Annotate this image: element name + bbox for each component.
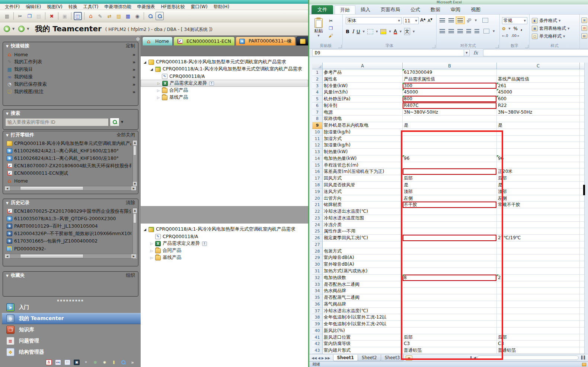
row-header-18[interactable]: 18 <box>312 182 323 189</box>
cell-B30[interactable] <box>403 261 497 268</box>
ribbon-tab-开始[interactable]: 开始 <box>335 5 355 14</box>
cell-B24[interactable] <box>403 222 497 228</box>
prev-sheet-icon[interactable]: ◀ <box>318 356 320 360</box>
expand-chevron-icon[interactable]: » <box>132 59 137 65</box>
horizontal-scrollbar[interactable]: ◀▶ <box>4 186 137 191</box>
row-header-33[interactable]: 33 <box>312 281 323 288</box>
phonetic-button[interactable]: 文 <box>404 28 410 35</box>
sheet-vertical-scrollbar[interactable] <box>584 63 588 354</box>
search-button[interactable] <box>110 118 119 126</box>
number-format-combo[interactable]: 常规▼ <box>502 17 527 24</box>
tree-node[interactable]: ▷基线产品 <box>141 254 308 261</box>
cell-A6[interactable]: 制冷剂 <box>323 102 403 109</box>
cell-B21[interactable]: 不干胶 <box>403 202 497 208</box>
cell-B27[interactable] <box>403 241 497 248</box>
row-header-9[interactable]: 9 <box>312 122 323 129</box>
row-header-38[interactable]: 38 <box>312 314 323 321</box>
cut-button[interactable]: ✂ <box>327 18 335 24</box>
merge-center-button[interactable] <box>483 29 489 34</box>
column-header-C[interactable]: C <box>497 63 580 69</box>
cell-B33[interactable] <box>403 281 497 288</box>
cell-C37[interactable] <box>497 308 580 314</box>
sheet-tab-Sheet2[interactable]: Sheet2 <box>358 355 381 361</box>
conditional-formatting-button[interactable]: ◧条件格式▼ <box>532 17 569 25</box>
row-header-7[interactable]: 7 <box>312 109 323 116</box>
row-header-22[interactable]: 22 <box>312 208 323 215</box>
cell-B8[interactable] <box>403 116 497 122</box>
cell-C30[interactable] <box>497 261 580 268</box>
row-header-1[interactable]: 1 <box>312 69 323 76</box>
cell-B17[interactable]: 后部 <box>403 175 497 182</box>
decrease-indent-button[interactable] <box>466 29 471 33</box>
font-size-combo[interactable]: 11▼ <box>403 17 419 24</box>
cell-B28[interactable] <box>403 248 497 255</box>
paste-dropdown-icon[interactable]: ▼ <box>317 34 319 37</box>
cell-A36[interactable]: 蒸气阀品牌 <box>323 301 403 308</box>
select-all-corner[interactable] <box>312 63 323 69</box>
cell-A19[interactable]: 送风方式 <box>323 189 403 195</box>
component-tab[interactable]: ⌂Home <box>142 37 173 45</box>
collapse-icon[interactable]: ▼ <box>6 44 9 48</box>
row-header-4[interactable]: 4 <box>312 89 323 96</box>
cell-B39[interactable] <box>403 321 497 328</box>
row-header-34[interactable]: 34 <box>312 288 323 294</box>
cell-A38[interactable]: 全年低温制冷(以室外工况-12以 <box>323 314 403 321</box>
more-icon[interactable]: » <box>130 360 135 365</box>
cell-C13[interactable] <box>497 149 580 155</box>
increase-indent-button[interactable] <box>474 29 479 33</box>
row-header-41[interactable]: 41 <box>312 334 323 341</box>
cell-A1[interactable]: 参考产品 <box>323 69 403 76</box>
cell-B31[interactable] <box>403 268 497 275</box>
row-header-25[interactable]: 25 <box>312 228 323 235</box>
customize-link[interactable]: 定制 <box>126 43 135 49</box>
quick-link-item[interactable]: ▦我的项目» <box>7 66 137 73</box>
tree-node[interactable]: ✎CPRQ000118/A <box>141 233 308 240</box>
menu-item[interactable]: 编辑(E) <box>23 3 44 10</box>
menu-item[interactable]: 转换 <box>66 3 80 10</box>
row-header-26[interactable]: 26 <box>312 235 323 241</box>
cell-A4[interactable]: 风量(m3/h) <box>323 89 403 96</box>
forward-dropdown-icon[interactable]: ▼ <box>27 27 29 31</box>
row-header-29[interactable]: 29 <box>312 254 323 261</box>
cell-B15[interactable] <box>403 162 497 169</box>
column-header-A[interactable]: A <box>323 63 403 69</box>
tree-node[interactable]: ▷合同产品 <box>141 247 308 254</box>
row-header-21[interactable]: 21 <box>312 202 323 208</box>
cell-A9[interactable]: 室外机是否从内机取电 <box>323 122 403 129</box>
gear-icon[interactable]: ⚙ <box>136 37 140 42</box>
menu-item[interactable]: HF图形比较 <box>159 3 188 10</box>
row-header-16[interactable]: 16 <box>312 168 323 175</box>
align-left-button[interactable] <box>440 29 445 33</box>
cell-B12[interactable] <box>403 142 497 149</box>
new-table-icon[interactable]: ▦ <box>3 12 11 20</box>
cell-C1[interactable] <box>497 69 580 76</box>
cell-A37[interactable]: 冷却水进出水温度(℃) <box>323 308 403 314</box>
row-header-12[interactable]: 12 <box>312 142 323 149</box>
quick-link-item[interactable]: ∞我的链接» <box>7 73 137 80</box>
expand-toggle-icon[interactable]: ▷ <box>157 96 162 99</box>
cell-B6[interactable]: R407C <box>403 102 497 109</box>
last-sheet-icon[interactable]: ▶▶ <box>325 356 330 360</box>
first-sheet-icon[interactable]: ◀◀ <box>311 356 317 360</box>
open-part-item[interactable]: CPRQ000118-风冷冷风电加热型单元式空调机室内机产品需求 <box>7 140 131 147</box>
lock-icon[interactable]: ◉ <box>133 12 141 20</box>
cell-C5[interactable]: 600 <box>497 96 580 102</box>
cell-A26[interactable]: 额定夏季回风工况(℃) <box>323 235 403 241</box>
cell-B11[interactable] <box>403 136 497 142</box>
paste-button[interactable]: 粘贴 ▼ <box>311 17 326 41</box>
view-mode-icon[interactable] <box>582 363 586 366</box>
expand-toggle-icon[interactable]: ▷ <box>150 249 155 253</box>
cell-C34[interactable] <box>497 288 580 294</box>
cell-B29[interactable] <box>403 254 497 261</box>
collapse-icon[interactable]: ▼ <box>6 201 9 205</box>
cell-A10[interactable]: 除湿量(kg/h) <box>323 129 403 136</box>
cell-A5[interactable]: 机外静压(Pa) <box>323 96 403 102</box>
cell-A24[interactable]: 冷冻介质 <box>323 222 403 228</box>
open-part-item[interactable]: ✱6110026824/A2;1--离心风机_KHF1600/左180° <box>7 147 131 155</box>
increase-decimal-button[interactable]: ←.0 <box>502 34 508 38</box>
cell-A14[interactable]: 电加热热量(kW) <box>323 155 403 162</box>
history-item[interactable]: ✱6120004326P--不干胶标签_能效标识109X66mmX1000PCS <box>7 230 131 237</box>
paste-icon[interactable]: ▤ <box>35 12 43 20</box>
vertical-scrollbar[interactable]: ▲▼ <box>132 208 137 259</box>
cell-C43[interactable]: 普通铝箔 <box>497 347 580 354</box>
